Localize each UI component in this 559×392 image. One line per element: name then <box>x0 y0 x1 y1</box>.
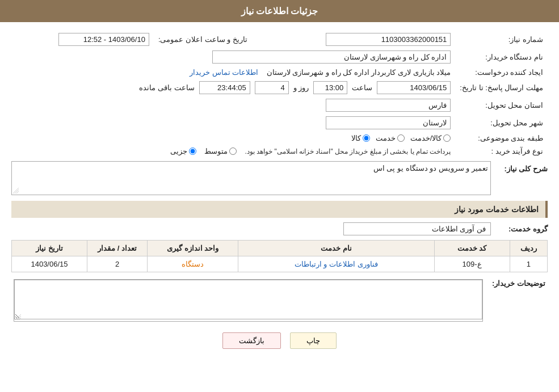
page-header: جزئیات اطلاعات نیاز <box>0 0 559 22</box>
row-deadline: مهلت ارسال پاسخ: تا تاریخ: 1403/06/15 سا… <box>11 79 548 96</box>
group-service-label: گروه خدمت: <box>491 225 548 233</box>
time-label: ساعت <box>352 83 372 92</box>
groups-row: گروه خدمت: فن آوری اطلاعات <box>11 222 548 235</box>
services-table: ردیف کد خدمت نام خدمت واحد اندازه گیری ت… <box>11 240 548 272</box>
radio-kala[interactable]: کالا <box>351 134 370 142</box>
days-input[interactable]: 4 <box>255 81 289 94</box>
cell-unit: دستگاه <box>148 256 238 272</box>
city-value: لارستان <box>11 114 455 132</box>
page-title: جزئیات اطلاعات نیاز <box>241 6 318 16</box>
creator-text: میلاد بازیاری لاری کاربردار اداره کل راه… <box>267 68 451 77</box>
province-input[interactable]: فارس <box>326 99 451 112</box>
content-area: شماره نیاز: 1103003362000151 تاریخ و ساع… <box>0 22 559 363</box>
col-header-date: تاریخ نیاز <box>12 241 87 256</box>
row-creator: ایجاد کننده درخواست: میلاد بازیاری لاری … <box>11 66 548 79</box>
radio-khedmat-input[interactable] <box>397 134 405 142</box>
radio-motavasset-input[interactable] <box>229 147 237 155</box>
remaining-time-input[interactable]: 23:44:05 <box>199 81 250 94</box>
deadline-time-input[interactable]: 13:00 <box>313 81 347 94</box>
creator-label: ایجاد کننده درخواست: <box>455 66 548 79</box>
buyer-desc-label: توضیحات خریدار: <box>485 277 548 324</box>
radio-kala-khedmat-label: کالا/خدمت <box>410 134 442 142</box>
radio-kala-khedmat[interactable]: کالا/خدمت <box>410 134 451 142</box>
remaining-label: ساعت باقی مانده <box>139 83 194 92</box>
purchase-type-label: نوع فرآیند خرید : <box>455 145 548 158</box>
col-header-code: کد خدمت <box>434 241 510 256</box>
category-label: طبقه بندی موضوعی: <box>455 132 548 145</box>
creator-link[interactable]: اطلاعات تماس خریدار <box>190 68 258 77</box>
deadline-value: 1403/06/15 ساعت 13:00 روز و 4 23:44:05 س… <box>11 79 455 96</box>
col-header-count: تعداد / مقدار <box>87 241 147 256</box>
button-row: چاپ بازگشت <box>11 332 548 349</box>
radio-jozii-label: جزیی <box>170 147 187 155</box>
purchase-type-note: پرداخت تمام یا بخشی از مبلغ خریداز محل "… <box>245 147 451 155</box>
purchase-type-options: پرداخت تمام یا بخشی از مبلغ خریداز محل "… <box>11 145 455 158</box>
service-desc-value: تعمیر و سرویس دو دستگاه یو پی اس <box>373 164 488 172</box>
cell-date: 1403/06/15 <box>12 256 87 272</box>
col-header-unit: واحد اندازه گیری <box>148 241 238 256</box>
page-wrapper: جزئیات اطلاعات نیاز شماره نیاز: 11030033… <box>0 0 559 392</box>
radio-khedmat[interactable]: خدمت <box>376 134 405 142</box>
radio-motavasset-label: متوسط <box>204 147 228 155</box>
service-desc-row: شرح کلی نیاز: تعمیر و سرویس دو دستگاه یو… <box>11 161 548 195</box>
buyer-desc-textarea[interactable] <box>14 280 482 319</box>
province-label: استان محل تحویل: <box>455 96 548 114</box>
row-city: شهر محل تحویل: لارستان <box>11 114 548 132</box>
row-purchase-type: نوع فرآیند خرید : پرداخت تمام یا بخشی از… <box>11 145 548 158</box>
city-label: شهر محل تحویل: <box>455 114 548 132</box>
radio-kala-label: کالا <box>351 134 361 142</box>
radio-jozii[interactable]: جزیی <box>170 147 196 155</box>
announcement-date-label: تاریخ و ساعت اعلان عمومی: <box>154 31 264 48</box>
deadline-label: مهلت ارسال پاسخ: تا تاریخ: <box>455 79 548 96</box>
need-number-label: شماره نیاز: <box>455 31 548 48</box>
service-desc-label: شرح کلی نیاز: <box>491 161 548 173</box>
radio-jozii-input[interactable] <box>189 147 196 155</box>
table-header-row: ردیف کد خدمت نام خدمت واحد اندازه گیری ت… <box>12 241 548 256</box>
radio-motavasset[interactable]: متوسط <box>204 147 237 155</box>
radio-khedmat-label: خدمت <box>376 134 396 142</box>
radio-kala-khedmat-input[interactable] <box>443 134 451 142</box>
creator-value: میلاد بازیاری لاری کاربردار اداره کل راه… <box>11 66 455 79</box>
buyer-org-label: نام دستگاه خریدار: <box>455 48 548 66</box>
need-number-value: 1103003362000151 <box>264 31 455 48</box>
buyer-org-value: اداره کل راه و شهرسازی لارستان <box>11 48 455 66</box>
row-category: طبقه بندی موضوعی: کالا/خدمت خدمت <box>11 132 548 145</box>
buyer-desc-row: توضیحات خریدار: <box>11 277 548 324</box>
table-row: 1 ع-109 فناوری اطلاعات و ارتباطات دستگاه… <box>12 256 548 272</box>
cell-code: ع-109 <box>434 256 510 272</box>
cell-count: 2 <box>87 256 147 272</box>
print-button[interactable]: چاپ <box>290 332 337 349</box>
service-desc-box: تعمیر و سرویس دو دستگاه یو پی اس <box>11 161 491 195</box>
row-buyer-org: نام دستگاه خریدار: اداره کل راه و شهرساز… <box>11 48 548 66</box>
announcement-date-value: 1403/06/10 - 12:52 <box>11 31 154 48</box>
cell-name: فناوری اطلاعات و ارتباطات <box>238 256 434 272</box>
row-need-number: شماره نیاز: 1103003362000151 تاریخ و ساع… <box>11 31 548 48</box>
city-input[interactable]: لارستان <box>326 116 451 129</box>
cell-radif: 1 <box>510 256 547 272</box>
row-province: استان محل تحویل: فارس <box>11 96 548 114</box>
buyer-desc-value-cell <box>11 277 485 324</box>
info-table: شماره نیاز: 1103003362000151 تاریخ و ساع… <box>11 31 548 158</box>
buyer-org-input[interactable]: اداره کل راه و شهرسازی لارستان <box>212 50 451 64</box>
days-label: روز و <box>293 83 309 92</box>
services-section-title: اطلاعات خدمات مورد نیاز <box>11 201 548 218</box>
province-value: فارس <box>11 96 455 114</box>
buyer-desc-resize-icon[interactable] <box>15 314 21 320</box>
resize-handle-icon[interactable] <box>13 188 19 193</box>
group-service-value[interactable]: فن آوری اطلاعات <box>343 222 491 235</box>
col-header-radif: ردیف <box>510 241 547 256</box>
need-number-input[interactable]: 1103003362000151 <box>326 33 451 46</box>
buyer-desc-wrapper <box>14 279 483 322</box>
deadline-date-input[interactable]: 1403/06/15 <box>377 81 451 94</box>
buyer-desc-table: توضیحات خریدار: <box>11 277 548 324</box>
col-header-name: نام خدمت <box>238 241 434 256</box>
category-options: کالا/خدمت خدمت کالا <box>11 132 455 145</box>
back-button[interactable]: بازگشت <box>222 332 281 349</box>
radio-kala-input[interactable] <box>363 134 370 142</box>
announcement-date-input[interactable]: 1403/06/10 - 12:52 <box>58 33 149 46</box>
